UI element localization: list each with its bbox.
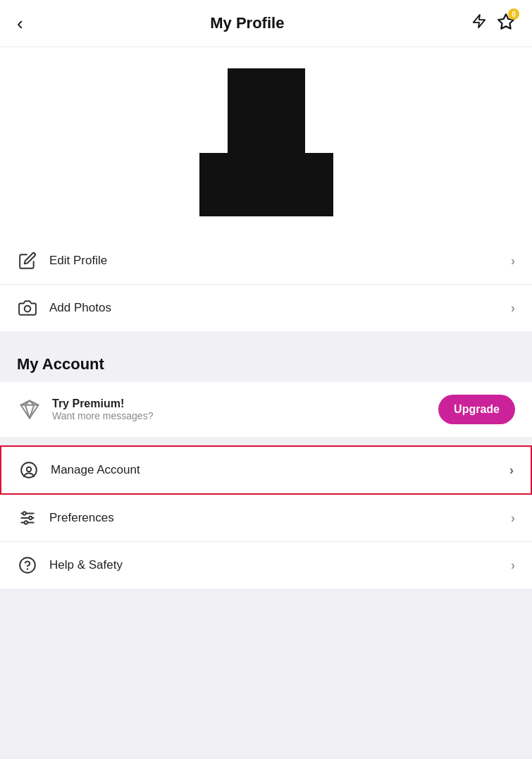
profile-menu-section: Edit Profile › Add Photos › (0, 237, 532, 331)
star-badge-wrapper[interactable]: 0 (497, 13, 515, 34)
page-title: My Profile (210, 14, 284, 32)
manage-account-label: Manage Account (51, 463, 509, 477)
menu-item-help-safety[interactable]: Help & Safety › (0, 542, 532, 588)
menu-item-add-photos[interactable]: Add Photos › (0, 285, 532, 331)
header-right: 0 (471, 13, 515, 34)
chevron-right-icon: › (509, 463, 514, 478)
premium-title: Try Premium! (52, 397, 438, 410)
help-safety-label: Help & Safety (49, 558, 511, 572)
bolt-icon[interactable] (471, 13, 487, 33)
avatar-section (0, 47, 532, 237)
svg-point-9 (25, 521, 27, 524)
avatar-body (199, 153, 333, 216)
edit-profile-label: Edit Profile (49, 254, 511, 268)
svg-point-7 (23, 512, 26, 514)
svg-point-2 (25, 306, 31, 312)
chevron-right-icon: › (511, 254, 515, 269)
premium-subtitle: Want more messages? (52, 410, 438, 421)
account-section-title: My Account (17, 355, 104, 373)
camera-icon (17, 297, 38, 319)
pencil-icon (17, 250, 38, 271)
menu-item-manage-account[interactable]: Manage Account › (0, 445, 532, 495)
help-circle-icon (17, 555, 38, 576)
menu-item-preferences[interactable]: Preferences › (0, 495, 532, 542)
account-menu: Manage Account › Preferences › Help & Sa… (0, 445, 532, 588)
chevron-right-icon: › (511, 558, 515, 573)
add-photos-label: Add Photos (49, 301, 511, 315)
account-section-header: My Account (0, 340, 532, 382)
avatar-head (228, 68, 305, 160)
menu-item-edit-profile[interactable]: Edit Profile › (0, 237, 532, 285)
svg-point-3 (21, 462, 37, 478)
diamond-icon (17, 397, 42, 422)
avatar (203, 68, 330, 216)
section-divider (0, 331, 532, 340)
person-circle-icon (18, 459, 39, 481)
preferences-label: Preferences (49, 511, 511, 525)
header-left: ‹ (17, 14, 23, 32)
chevron-right-icon: › (511, 511, 515, 526)
header: ‹ My Profile 0 (0, 0, 532, 47)
sliders-icon (17, 507, 38, 529)
svg-marker-0 (474, 15, 485, 27)
svg-point-10 (20, 557, 35, 573)
upgrade-button[interactable]: Upgrade (438, 395, 515, 424)
premium-text: Try Premium! Want more messages? (52, 397, 438, 421)
notification-badge: 0 (508, 8, 519, 20)
svg-point-8 (29, 517, 32, 519)
premium-banner: Try Premium! Want more messages? Upgrade (0, 382, 532, 437)
chevron-right-icon: › (511, 301, 515, 316)
back-button[interactable]: ‹ (17, 14, 23, 32)
